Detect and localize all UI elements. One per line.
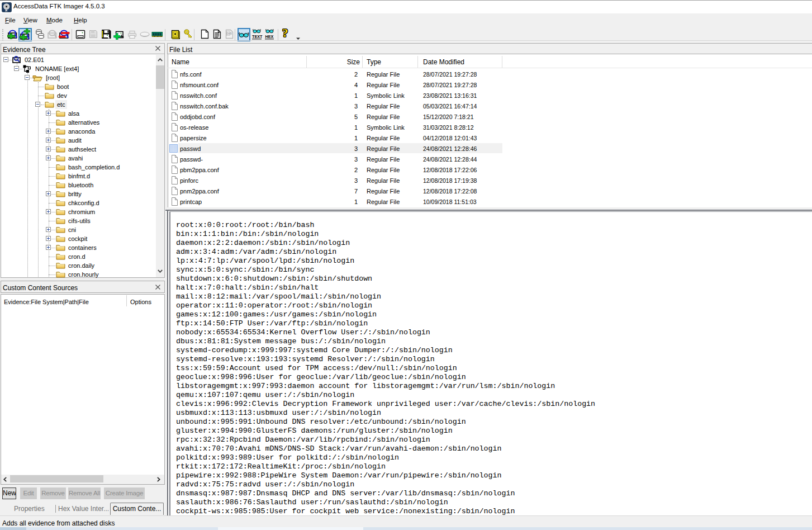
svg-text:DIR: DIR	[227, 32, 232, 35]
svg-text:TEXT: TEXT	[252, 34, 263, 39]
svg-text:HEX: HEX	[265, 34, 274, 39]
